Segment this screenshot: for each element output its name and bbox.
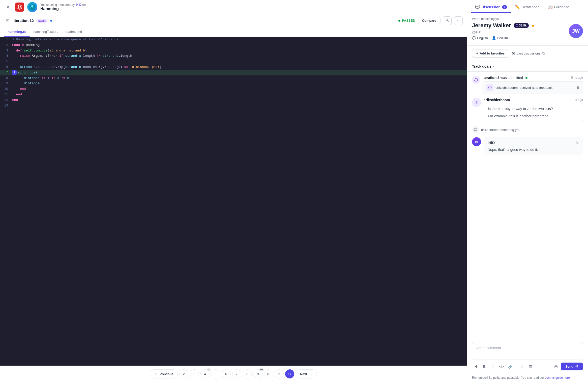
polite-note: Remember! Be polite and palatable. You c… [467,374,588,382]
add-favorites-label: Add to favorites [480,51,505,55]
user-message-event: E erikschierboom 10d ago Is there a ruby… [472,98,583,122]
mentor-message-name: iHiD [488,140,495,146]
compare-button[interactable]: Compare [418,17,440,24]
track-goals-row[interactable]: Track goals › [467,61,588,72]
code-line-3: 3 def self.compute(strand_a, strand_b) [0,48,467,53]
tab-discussion[interactable]: 💬 Discussion 2 [471,2,511,13]
file-tab-hamming-tests-rb[interactable]: hammingTests.rb [30,27,62,37]
unordered-list-button[interactable]: ≡ [518,363,526,370]
iteration-event-icon [472,76,480,84]
passed-label: PASSED [402,19,415,22]
heading-button[interactable]: H [472,363,480,370]
previous-label: Previous [160,372,173,376]
page-9[interactable]: 9 9+ [253,369,262,378]
comment-box-area: H B I </> 🔗 ≡ ☰ [467,339,588,374]
code-line-11: 11 end [0,92,467,97]
line-number: 6 [0,64,10,70]
tab-scratchpad[interactable]: ✏️ Scratchpad [511,2,544,13]
mentor-avatar: JW [569,24,583,38]
iteration-number: Iteration 3 [483,76,499,80]
file-tab-readme-md[interactable]: readme.md [62,27,85,37]
left-panel: ✕ You're being mentored by iHiD on Hammi… [0,0,467,382]
rep-icon: ⬡ [516,24,518,27]
page-11[interactable]: 11 [275,369,284,378]
edit-message-icon[interactable]: ✎ [576,140,579,146]
mentoring-started-text: iHiD started mentoring you [481,128,520,132]
tab-guidance[interactable]: 📖 Guidance [544,2,573,13]
line-content: end [10,92,467,97]
comment-input[interactable] [472,342,583,360]
exercise-logo [15,3,24,12]
next-label: Next [300,372,307,376]
passed-badge: PASSED [398,19,415,22]
preview-button[interactable] [552,363,560,370]
send-label: Send [565,365,573,368]
bold-button[interactable]: B [481,363,488,370]
line-content: raise ArgumentError if strand_a.length !… [10,53,467,59]
bold-icon: B [483,365,486,369]
line-content: strand_a.each_char.zip(strand_b.each_cha… [10,64,467,70]
code-line-2: 2 module Hamming [0,42,467,48]
iteration-bar: Iteration 12 latest PASSED Compare [0,14,467,27]
download-button[interactable] [443,16,452,25]
iteration-file-icon [4,17,11,24]
page-9-badge: 9+ [259,368,264,371]
link-button[interactable]: 🔗 [506,363,514,370]
page-10[interactable]: 10 [264,369,273,378]
username: erikschierboom [484,98,510,102]
mentor-message-content: iHiD ✎ Nope, that's a good way to do it. [484,137,583,155]
mentor-meta: 💬 English 👤 He/Him [472,36,566,40]
past-discussions-label: 53 past discussions [512,51,541,55]
send-button[interactable]: Send [561,363,583,370]
user-message-author: erikschierboom [484,98,510,102]
next-button[interactable]: Next → [296,369,317,378]
language-label: English [477,36,488,40]
previous-button[interactable]: ← Previous [150,369,178,378]
rep-value: 33.8k [519,24,527,27]
italic-button[interactable]: I [489,363,497,370]
file-tab-hamming-rb[interactable]: hamming.rb [4,27,30,37]
line-number: 11 [0,92,10,97]
user-message-p1: Is there a ruby-er way to zip the two li… [488,106,579,112]
code-button[interactable]: </> [498,363,505,370]
expand-button[interactable] [454,16,463,25]
discussion-icon: 💬 [475,5,480,9]
expand-feedback-icon[interactable]: ⧉ [577,86,579,90]
line-content [10,59,467,64]
page-2[interactable]: 2 [179,369,188,378]
line-content: distance += 1 if a != b [10,75,467,81]
page-12[interactable]: 12 [285,369,294,378]
user-message-p2: For example, this is another paragraph. [488,114,579,119]
page-8[interactable]: 8 [243,369,252,378]
past-discussions-link[interactable]: 53 past discussions ⧉ [512,51,545,56]
line-number: 13 [0,103,10,108]
page-5[interactable]: 5 [211,369,220,378]
comms-guide-link[interactable]: comms guide here. [545,376,571,379]
unordered-list-icon: ≡ [521,365,523,369]
code-line-5: 5 [0,59,467,64]
discussion-feed: Iteration 3 was submitted 5mo ago eriksc… [467,72,588,339]
code-line-8: 8 distance += 1 if a != b [0,75,467,81]
pronouns-label: He/Him [497,36,508,40]
reputation-badge: ⬡ 33.8k [514,23,529,28]
user-message-header: erikschierboom 10d ago [484,98,583,102]
page-6[interactable]: 6 [222,369,231,378]
page-4[interactable]: 4 2 [200,369,210,378]
italic-icon: I [492,365,493,369]
line-content: end [10,97,467,103]
latest-badge: latest [36,19,48,23]
close-button[interactable]: ✕ [4,3,12,11]
right-arrow-icon: → [309,372,313,376]
mentor-message-event: iH iHiD ✎ Nope, that's a good way to do … [472,137,583,155]
line-number: 7 [0,70,10,75]
page-3[interactable]: 3 [190,369,199,378]
comment-toolbar: H B I </> 🔗 ≡ ☰ [472,361,583,371]
ordered-list-button[interactable]: ☰ [527,363,534,370]
add-favorites-button[interactable]: + Add to favorites [472,49,509,58]
line-content: module Hamming [10,42,467,48]
status-dot [50,20,52,22]
page-7[interactable]: 7 [232,369,241,378]
svg-point-1 [31,5,33,7]
mentor-handle-link[interactable]: iHiD [75,3,81,7]
guidance-icon: 📖 [548,5,553,9]
